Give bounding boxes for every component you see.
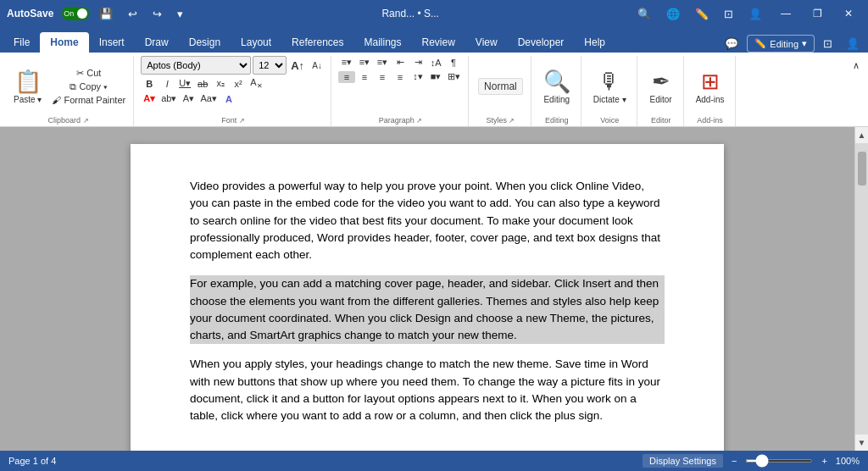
superscript-button[interactable]: x² (230, 78, 247, 90)
borders-button[interactable]: ⊞▾ (445, 70, 463, 83)
styles-normal-button[interactable]: Normal (476, 76, 526, 97)
pen-icon[interactable]: ✏️ (690, 6, 714, 22)
font-row-3: A▾ ab▾ A▾ Aa▾ A (141, 92, 237, 105)
editor-button[interactable]: ✒ Editor (644, 65, 678, 108)
paragraph-launcher[interactable]: ↗ (416, 117, 422, 125)
clipboard-launcher[interactable]: ↗ (83, 117, 89, 125)
tab-references[interactable]: References (281, 32, 353, 53)
tab-draw[interactable]: Draw (135, 32, 179, 53)
italic-button[interactable]: I (159, 78, 175, 90)
bold-button[interactable]: B (141, 78, 158, 90)
align-left-button[interactable]: ≡ (338, 71, 355, 83)
zoom-minus[interactable]: − (732, 456, 737, 466)
tab-design[interactable]: Design (179, 32, 231, 53)
editing-mode-button[interactable]: ✏️ Editing ▾ (747, 35, 815, 53)
more-colors-button[interactable]: A▾ (180, 92, 197, 105)
font-row-1: Aptos (Body) 12 A↑ A↓ (141, 56, 326, 75)
scroll-up-arrow[interactable]: ▲ (856, 129, 868, 141)
case-button[interactable]: Aa▾ (198, 92, 219, 105)
align-center-button[interactable]: ≡ (356, 71, 373, 83)
addins-button[interactable]: ⊞ Add-ins (691, 65, 730, 108)
paragraph-3: When you apply styles, your headings cha… (190, 356, 665, 424)
ribbon-collapse-area: ∧ (848, 56, 865, 126)
styles-launcher[interactable]: ↗ (509, 117, 515, 125)
paste-icon: 📋 (14, 69, 42, 95)
zoom-plus[interactable]: + (821, 456, 826, 466)
search-button[interactable]: 🔍 (632, 6, 656, 22)
font-content: Aptos (Body) 12 A↑ A↓ B I U▾ ab x₂ x² A✕… (141, 56, 326, 116)
tab-insert[interactable]: Insert (89, 32, 135, 53)
highlight-button[interactable]: ab▾ (159, 92, 179, 105)
autosave-toggle[interactable]: On (62, 7, 89, 20)
share-button[interactable]: ⊡ (818, 35, 837, 53)
show-hide-button[interactable]: ¶ (445, 57, 462, 69)
shading-button[interactable]: ■▾ (427, 70, 444, 83)
document-page: Video provides a powerful way to help yo… (131, 144, 724, 451)
grow-font-button[interactable]: A↑ (288, 58, 307, 73)
subscript-button[interactable]: x₂ (212, 77, 229, 90)
sort-button[interactable]: ↕A (427, 57, 444, 69)
strikethrough-button[interactable]: ab (194, 78, 211, 90)
bullets-button[interactable]: ≡▾ (338, 56, 355, 69)
clipboard-label: Clipboard ↗ (8, 116, 128, 126)
dictate-button[interactable]: 🎙 Dictate ▾ (588, 65, 632, 108)
tab-view[interactable]: View (465, 32, 508, 53)
tab-layout[interactable]: Layout (231, 32, 281, 53)
font-color-button[interactable]: A▾ (141, 92, 158, 105)
ribbon: 📋 Paste ▾ ✂ Cut ⧉ Copy ▾ 🖌 Format Painte… (0, 53, 868, 127)
voice-label: Voice (588, 116, 632, 126)
scroll-thumb[interactable] (858, 152, 866, 186)
styles-preview: Normal (478, 78, 523, 95)
customize-button[interactable]: ▾ (172, 6, 188, 22)
tab-developer[interactable]: Developer (508, 32, 575, 53)
account-icon[interactable]: 👤 (743, 6, 767, 22)
paste-button[interactable]: 📋 Paste ▾ (8, 65, 47, 108)
undo-button[interactable]: ↩ (123, 6, 142, 22)
tab-help[interactable]: Help (574, 32, 615, 53)
minimize-button[interactable]: — (772, 4, 799, 23)
font-launcher[interactable]: ↗ (239, 117, 245, 125)
restore-button[interactable]: ❐ (804, 4, 831, 23)
copy-button[interactable]: ⧉ Copy ▾ (49, 80, 128, 93)
help-icon[interactable]: 🌐 (661, 6, 685, 22)
scroll-down-arrow[interactable]: ▼ (856, 436, 868, 449)
align-right-button[interactable]: ≡ (374, 71, 391, 83)
cut-button[interactable]: ✂ Cut (49, 67, 128, 80)
text-effects-button[interactable]: A (220, 93, 237, 105)
display-settings-button[interactable]: Display Settings (643, 454, 723, 468)
profile-button[interactable]: 👤 (841, 35, 865, 53)
share-icon[interactable]: ⊡ (719, 6, 738, 22)
increase-indent-button[interactable]: ⇥ (409, 56, 426, 69)
zoom-slider[interactable] (745, 459, 813, 463)
redo-button[interactable]: ↪ (147, 6, 167, 22)
tab-file[interactable]: File (3, 32, 40, 53)
decrease-indent-button[interactable]: ⇤ (392, 56, 409, 69)
comments-button[interactable]: 💬 (720, 35, 743, 53)
numbering-button[interactable]: ≡▾ (356, 56, 373, 69)
shrink-font-button[interactable]: A↓ (309, 60, 326, 71)
clear-format-button[interactable]: A✕ (248, 76, 264, 91)
page-container[interactable]: Video provides a powerful way to help yo… (0, 127, 854, 451)
underline-button[interactable]: U▾ (176, 77, 193, 90)
tab-review[interactable]: Review (412, 32, 465, 53)
justify-button[interactable]: ≡ (392, 71, 409, 83)
close-button[interactable]: ✕ (836, 4, 861, 23)
multilevel-button[interactable]: ≡▾ (374, 56, 391, 69)
save-button[interactable]: 💾 (94, 6, 118, 22)
addins-content: ⊞ Add-ins (691, 56, 730, 116)
zoom-level: 100% (836, 456, 860, 466)
font-name-dropdown[interactable]: Aptos (Body) (141, 56, 251, 75)
line-spacing-button[interactable]: ↕▾ (409, 70, 426, 83)
collapse-ribbon-button[interactable]: ∧ (848, 59, 865, 72)
scroll-track[interactable] (855, 143, 868, 435)
vertical-scrollbar[interactable]: ▲ ▼ (854, 127, 868, 451)
editing-find-button[interactable]: 🔍 Editing (538, 65, 576, 108)
addins-label: Add-ins (696, 95, 725, 104)
format-painter-button[interactable]: 🖌 Format Painter (49, 94, 128, 106)
status-right: Display Settings − + 100% (643, 454, 860, 468)
toggle-label: On (64, 9, 74, 18)
font-size-dropdown[interactable]: 12 (253, 56, 287, 75)
tab-home[interactable]: Home (40, 32, 88, 53)
tab-mailings[interactable]: Mailings (353, 32, 411, 53)
ribbon-group-editor: ✒ Editor Editor (639, 56, 684, 126)
